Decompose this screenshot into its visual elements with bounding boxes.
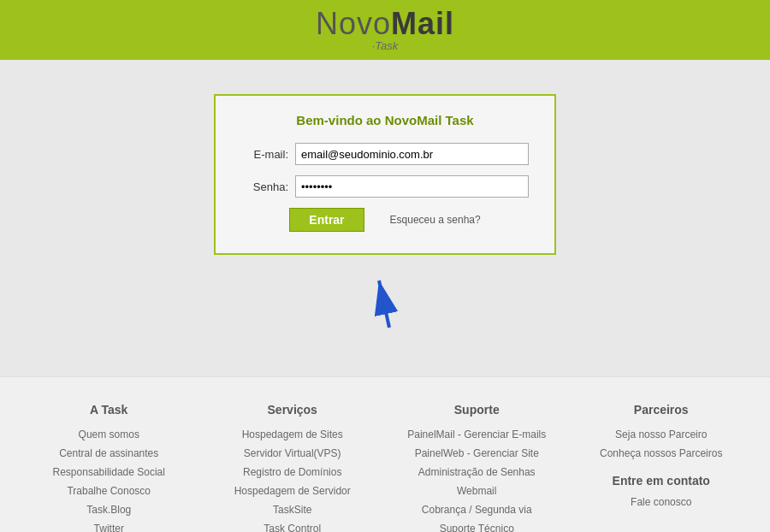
footer-link[interactable]: Responsabilidade Social [40,464,177,480]
footer-link[interactable]: TaskSite [224,502,361,517]
footer-link-twitter[interactable]: Twitter [40,521,177,532]
btn-row: Entrar Esqueceu a senha? [241,208,529,232]
svg-line-1 [379,281,389,328]
senha-label: Senha: [241,180,288,193]
login-title: Bem-vindo ao NovoMail Task [241,113,529,127]
senha-input[interactable] [295,175,529,198]
footer-link[interactable]: Suporte Técnico [407,521,546,532]
logo-mail: Mail [391,6,454,41]
senha-row: Senha: [241,175,529,198]
footer-link[interactable]: Registro de Domínios [224,464,361,480]
footer-link[interactable]: PainelWeb - Gerenciar Site [407,446,546,461]
footer-link[interactable]: Administração de Senhas [407,464,546,480]
arrow-icon [364,263,406,332]
footer: A Task Quem somos Central de assinantes … [0,376,770,532]
forgot-link[interactable]: Esqueceu a senha? [390,214,481,226]
footer-link[interactable]: Task.Blog [40,502,177,517]
footer-contact-heading: Entre em contato [593,474,730,488]
footer-link[interactable]: PainelMail - Gerenciar E-mails [407,427,546,442]
footer-link[interactable]: Servidor Virtual(VPS) [224,446,361,461]
email-label: E-mail: [241,148,288,161]
footer-columns: A Task Quem somos Central de assinantes … [0,403,770,532]
logo-task-sub: ·Task [316,39,454,52]
login-box: Bem-vindo ao NovoMail Task E-mail: Senha… [214,94,556,255]
footer-link-fale-conosco[interactable]: Fale conosco [593,494,730,510]
footer-link[interactable]: Conheça nossos Parceiros [593,446,730,461]
footer-col3-heading: Suporte [407,403,546,417]
logo-text: NovoMail [316,9,454,39]
footer-col-task: A Task Quem somos Central de assinantes … [40,403,177,532]
email-input[interactable] [295,143,529,165]
footer-link[interactable]: Cobrança / Segunda via [407,502,546,517]
footer-col4-heading: Parceiros [593,403,730,417]
logo-novo: Novo [316,6,391,41]
footer-col-parceiros: Parceiros Seja nosso Parceiro Conheça no… [593,403,730,532]
footer-col2-heading: Serviços [224,403,361,417]
footer-link[interactable]: Quem somos [40,427,177,442]
main-content: Bem-vindo ao NovoMail Task E-mail: Senha… [0,60,770,376]
email-row: E-mail: [241,143,529,165]
footer-link[interactable]: Hospedagem de Servidor [224,483,361,499]
arrow-container [364,263,406,332]
footer-link[interactable]: Central de assinantes [40,446,177,461]
logo: NovoMail ·Task [316,9,454,52]
footer-col-servicos: Serviços Hospedagem de Sites Servidor Vi… [224,403,361,532]
footer-link[interactable]: Hospedagem de Sites [224,427,361,442]
entrar-button[interactable]: Entrar [289,208,364,232]
footer-link[interactable]: Trabalhe Conosco [40,483,177,499]
footer-link[interactable]: Seja nosso Parceiro [593,427,730,442]
header: NovoMail ·Task [0,0,770,60]
footer-link-task-control[interactable]: Task Control [224,521,361,532]
footer-link[interactable]: Webmail [407,483,546,499]
footer-col-suporte: Suporte PainelMail - Gerenciar E-mails P… [407,403,546,532]
footer-col1-heading: A Task [40,403,177,417]
